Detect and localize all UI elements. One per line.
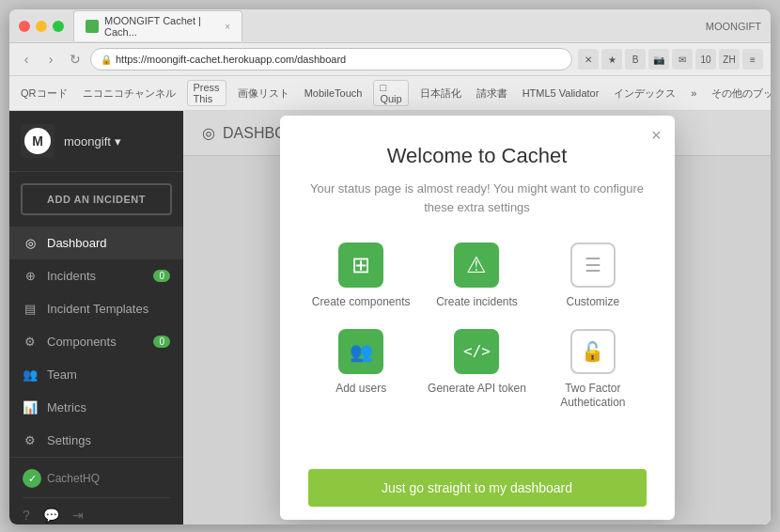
modal-item-add-users[interactable]: 👥 Add users [308,329,414,411]
bookmark-others[interactable]: その他のブックマーク [708,86,771,102]
modal-title: Welcome to Cachet [308,144,647,168]
dashboard-icon: ◎ [23,236,38,250]
browser-toolbar: ‹ › ↻ 🔒 https://moongift-cachet.herokuap… [9,43,771,76]
templates-icon: ▤ [23,302,38,316]
customize-label: Customize [566,295,619,310]
sidebar-item-label: Dashboard [47,236,107,250]
sidebar-item-label: Settings [47,433,91,447]
modal-item-two-factor[interactable]: 🔓 Two FactorAuthetication [539,329,646,411]
sidebar-header: M moongift ▾ [9,111,183,172]
create-incidents-label: Create incidents [436,295,518,310]
metrics-icon: 📊 [23,400,38,415]
maximize-window-button[interactable] [53,21,64,32]
bookmark-nico[interactable]: ニコニコチャンネル [79,86,179,102]
sidebar-nav: ◎ Dashboard ⊕ Incidents 0 ▤ Incident Tem… [9,227,183,457]
back-button[interactable]: ‹ [17,50,36,69]
two-factor-icon: 🔓 [570,329,616,374]
url-text: https://moongift-cachet.herokuapp.com/da… [116,54,346,65]
sidebar-item-settings[interactable]: ⚙ Settings [9,424,183,457]
cachet-hq-label: CachetHQ [47,472,100,485]
modal-grid: ⊞ Create components ⚠ Create incidents ☰… [308,243,647,411]
add-incident-button[interactable]: ADD AN INCIDENT [21,183,172,215]
window-controls [19,21,64,32]
two-factor-label: Two FactorAuthetication [560,382,625,411]
bookmark-quip[interactable]: □ Quip [373,80,408,106]
bookmarks-bar: QRコード ニコニコチャンネル Press This 画像リスト MobileT… [9,76,771,111]
sidebar-item-components[interactable]: ⚙ Components 0 [9,325,183,358]
toolbar-icon-3[interactable]: B [625,49,646,70]
browser-brand-label: MOONGIFT [706,21,761,32]
team-icon: 👥 [23,368,38,382]
tab-favicon [86,20,99,33]
modal-item-create-components[interactable]: ⊞ Create components [308,243,414,310]
toolbar-icon-7[interactable]: ZH [719,49,740,70]
sidebar-footer: ✓ CachetHQ ? 💬 ⇥ [9,457,183,524]
forward-button[interactable]: › [41,50,60,69]
modal-overlay: × Welcome to Cachet Your status page is … [183,111,771,524]
sidebar-item-label: Incidents [47,269,96,283]
cachet-check-icon: ✓ [23,469,41,488]
logout-icon[interactable]: ⇥ [72,508,84,523]
minimize-window-button[interactable] [36,21,47,32]
modal-item-create-incidents[interactable]: ⚠ Create incidents [424,243,530,310]
reload-button[interactable]: ↻ [66,50,85,69]
sidebar-bottom-icons: ? 💬 ⇥ [23,497,170,523]
active-tab[interactable]: MOONGIFT Cachet | Cach... × [73,10,242,41]
sidebar-item-dashboard[interactable]: ◎ Dashboard [9,227,183,259]
tab-close-button[interactable]: × [225,22,230,32]
browser-titlebar: MOONGIFT Cachet | Cach... × MOONGIFT [9,9,771,43]
sidebar-logo: M [21,124,55,158]
customize-icon: ☰ [570,243,616,288]
go-to-dashboard-button[interactable]: Just go straight to my dashboard [308,469,647,507]
bookmark-gallery[interactable]: 画像リスト [234,86,293,102]
generate-api-label: Generate API token [428,382,526,397]
toolbar-icon-5[interactable]: ✉ [672,49,693,70]
bookmark-index[interactable]: インデックス [610,86,679,102]
sidebar-item-metrics[interactable]: 📊 Metrics [9,391,183,424]
toolbar-icon-1[interactable]: ✕ [578,49,599,70]
modal-subtitle: Your status page is almost ready! You mi… [308,180,647,216]
incidents-badge: 0 [153,270,170,282]
toolbar-icon-2[interactable]: ★ [601,49,622,70]
modal-close-button[interactable]: × [651,127,662,144]
sidebar-item-label: Team [47,368,77,382]
chevron-down-icon: ▾ [115,134,121,149]
chat-icon[interactable]: 💬 [43,508,59,523]
create-components-label: Create components [312,295,411,310]
bookmark-jp[interactable]: 日本語化 [416,86,465,102]
components-icon: ⚙ [23,335,38,349]
sidebar-item-label: Incident Templates [47,302,148,316]
toolbar-icon-6[interactable]: 10 [695,49,716,70]
browser-tabs: MOONGIFT Cachet | Cach... × [73,10,706,41]
sidebar-item-label: Metrics [47,400,86,415]
question-icon[interactable]: ? [23,508,30,523]
sidebar: M moongift ▾ ADD AN INCIDENT ◎ Dashboard… [9,111,183,524]
bookmark-qr[interactable]: QRコード [17,86,71,102]
sidebar-item-team[interactable]: 👥 Team [9,358,183,391]
sidebar-item-incidents[interactable]: ⊕ Incidents 0 [9,259,183,292]
close-window-button[interactable] [19,21,30,32]
bookmark-mobiletouch[interactable]: MobileTouch [301,86,367,100]
app-content: M moongift ▾ ADD AN INCIDENT ◎ Dashboard… [9,111,771,524]
toolbar-icon-8[interactable]: ≡ [742,49,763,70]
modal-footer: Just go straight to my dashboard [280,456,675,520]
browser-window: MOONGIFT Cachet | Cach... × MOONGIFT ‹ ›… [9,9,771,524]
tab-title: MOONGIFT Cachet | Cach... [104,15,215,38]
create-incidents-icon: ⚠ [454,243,499,288]
main-content: ◎ DASHBOARD × Welcome to Cachet Your sta… [183,111,771,524]
toolbar-icons: ✕ ★ B 📷 ✉ 10 ZH ≡ [578,49,763,70]
bookmark-html5[interactable]: HTML5 Validator [519,86,603,100]
bookmark-more[interactable]: » [687,86,700,100]
modal-item-customize[interactable]: ☰ Customize [539,243,646,310]
sidebar-item-incident-templates[interactable]: ▤ Incident Templates [9,292,183,325]
components-badge: 0 [153,336,170,348]
add-users-icon: 👥 [338,329,383,374]
toolbar-icon-4[interactable]: 📷 [648,49,669,70]
bookmark-invoice[interactable]: 請求書 [473,86,511,102]
modal-item-generate-api-token[interactable]: </> Generate API token [424,329,530,411]
address-bar[interactable]: 🔒 https://moongift-cachet.herokuapp.com/… [90,48,572,70]
ssl-icon: 🔒 [101,55,112,65]
create-components-icon: ⊞ [338,243,383,288]
sidebar-brand: moongift ▾ [64,134,121,149]
bookmark-pressthis[interactable]: Press This [187,80,226,106]
